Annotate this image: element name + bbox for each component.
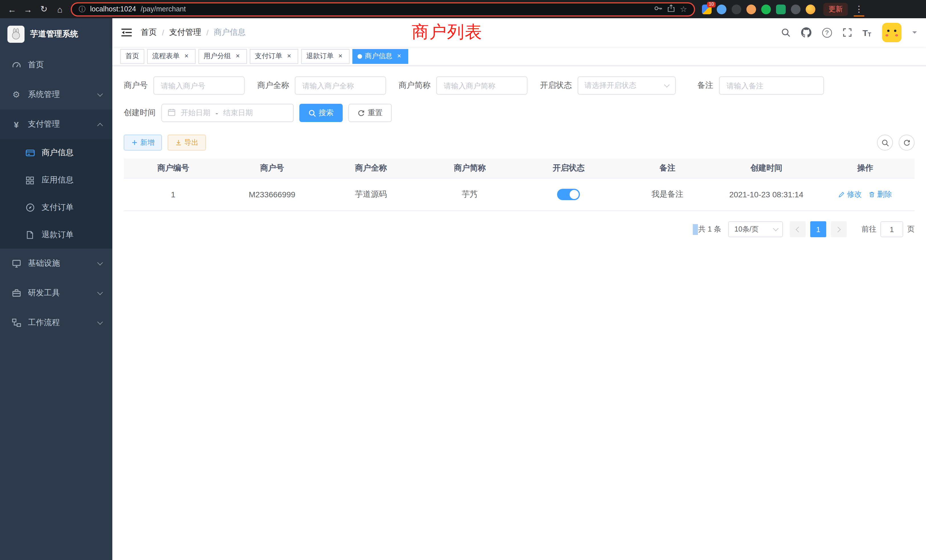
address-bar[interactable]: ⓘ localhost:1024 /pay/merchant ☆ <box>71 2 695 16</box>
breadcrumb-item-payment[interactable]: 支付管理 <box>169 27 201 38</box>
workflow-icon <box>11 318 21 327</box>
sidebar-item-infrastructure[interactable]: 基础设施 <box>0 249 112 278</box>
sidebar-item-home[interactable]: 首页 <box>0 50 112 80</box>
sidebar-item-workflow[interactable]: 工作流程 <box>0 308 112 338</box>
close-icon[interactable]: × <box>234 52 242 60</box>
sidebar-item-app-info[interactable]: 应用信息 <box>0 166 112 194</box>
extension-grid-icon[interactable]: 10 <box>702 4 712 14</box>
extension-green-circle-icon[interactable] <box>761 4 771 14</box>
status-select[interactable]: 请选择开启状态 <box>578 76 676 95</box>
dashboard-icon <box>11 61 21 70</box>
bookmark-star-icon[interactable]: ☆ <box>680 5 687 14</box>
extension-green-square-icon[interactable] <box>776 4 786 14</box>
toggle-search-button[interactable] <box>877 135 893 151</box>
close-icon[interactable]: × <box>336 52 344 60</box>
browser-update-button[interactable]: 更新 <box>823 3 848 16</box>
share-icon[interactable] <box>667 4 675 15</box>
export-button-label: 导出 <box>184 138 198 147</box>
date-range-picker[interactable]: 开始日期 - 结束日期 <box>161 104 294 122</box>
chevron-down-icon <box>97 289 103 295</box>
search-button[interactable]: 搜索 <box>300 104 343 122</box>
tab-merchant-info[interactable]: 商户信息 × <box>353 49 408 64</box>
reset-button[interactable]: 重置 <box>348 104 392 122</box>
page-number-button[interactable]: 1 <box>810 221 826 237</box>
site-info-icon[interactable]: ⓘ <box>79 4 86 14</box>
browser-nav-buttons: ← → ↻ ⌂ <box>6 3 66 15</box>
table-header: 开启状态 <box>519 159 618 178</box>
create-time-label: 创建时间 <box>124 108 156 118</box>
goto-page-input[interactable] <box>881 221 903 237</box>
app-logo[interactable]: 芋道管理系统 <box>0 18 112 50</box>
tags-view-bar: 首页 流程表单 × 用户分组 × 支付订单 × <box>112 47 926 66</box>
prev-page-button[interactable] <box>790 221 806 237</box>
short-name-label: 商户简称 <box>399 80 431 91</box>
sidebar-item-system[interactable]: ⚙ 系统管理 <box>0 80 112 109</box>
remark-input[interactable] <box>719 76 824 95</box>
fullscreen-icon[interactable] <box>843 28 852 37</box>
close-icon[interactable]: × <box>285 52 293 60</box>
filter-full-name: 商户全称 <box>257 76 386 95</box>
chevron-down-icon <box>773 226 779 231</box>
sidebar-item-refund-order[interactable]: 退款订单 <box>0 221 112 249</box>
toolbox-icon <box>11 289 21 298</box>
sidebar-item-merchant-info[interactable]: 商户信息 <box>0 139 112 166</box>
extension-drop-icon[interactable] <box>717 4 726 14</box>
table-header: 创建时间 <box>717 159 816 178</box>
extension-dark-icon[interactable] <box>732 4 741 14</box>
browser-menu-icon[interactable]: ⋮ <box>852 4 865 14</box>
help-icon[interactable]: ? <box>822 28 832 37</box>
table-header: 商户编号 <box>124 159 222 178</box>
home-icon[interactable]: ⌂ <box>54 3 66 15</box>
pagination: 共 1 条 10条/页 1 前往 页 <box>124 221 915 237</box>
font-size-icon[interactable]: TT <box>862 28 871 37</box>
merchant-no-input[interactable] <box>153 76 245 95</box>
edit-link[interactable]: 修改 <box>838 189 862 200</box>
next-page-button[interactable] <box>831 221 847 237</box>
extension-pin-icon[interactable] <box>791 4 800 14</box>
tab-home[interactable]: 首页 <box>120 49 144 64</box>
delete-link[interactable]: 删除 <box>869 189 892 200</box>
search-icon[interactable] <box>781 28 790 37</box>
breadcrumb-separator <box>206 28 209 37</box>
cell-short-name: 芋艿 <box>420 179 519 210</box>
extension-avatar-icon[interactable] <box>746 4 756 14</box>
tab-process-form[interactable]: 流程表单 × <box>147 49 195 64</box>
status-switch[interactable] <box>557 189 580 200</box>
sidebar: 芋道管理系统 首页 ⚙ 系统管理 ¥ 支付管理 <box>0 18 112 560</box>
merchant-table: 商户编号 商户号 商户全称 商户简称 开启状态 备注 创建时间 操作 1 M23… <box>124 159 915 211</box>
sidebar-item-label: 支付管理 <box>28 119 60 129</box>
sidebar-fold-icon[interactable] <box>121 28 132 37</box>
user-avatar[interactable] <box>882 23 902 42</box>
add-button[interactable]: 新增 <box>124 135 162 151</box>
close-icon[interactable]: × <box>395 52 403 60</box>
filter-short-name: 商户简称 <box>399 76 527 95</box>
reload-icon[interactable]: ↻ <box>38 3 50 15</box>
short-name-input[interactable] <box>436 76 527 95</box>
avatar-caret-icon[interactable] <box>912 31 917 36</box>
tab-user-group[interactable]: 用户分组 × <box>198 49 247 64</box>
export-button[interactable]: 导出 <box>168 135 206 151</box>
key-icon[interactable] <box>654 4 663 15</box>
cell-merchant-id: 1 <box>124 179 222 210</box>
profile-avatar-icon[interactable] <box>806 4 816 14</box>
forward-icon[interactable]: → <box>22 3 34 15</box>
sidebar-item-pay-order[interactable]: 支付订单 <box>0 194 112 221</box>
tab-refund-order[interactable]: 退款订单 × <box>301 49 350 64</box>
full-name-input[interactable] <box>295 76 386 95</box>
tab-label: 首页 <box>126 51 139 61</box>
page-size-select[interactable]: 10条/页 <box>728 221 783 237</box>
breadcrumb-item-home[interactable]: 首页 <box>141 27 157 38</box>
close-icon[interactable]: × <box>183 52 191 60</box>
tab-label: 支付订单 <box>255 51 282 61</box>
font-size-large: T <box>862 28 867 37</box>
compass-icon <box>25 203 35 212</box>
sidebar-item-dev-tools[interactable]: 研发工具 <box>0 278 112 308</box>
refresh-button[interactable] <box>899 135 915 151</box>
extension-badge: 10 <box>707 2 716 7</box>
gear-icon: ⚙ <box>11 89 21 100</box>
tab-pay-order[interactable]: 支付订单 × <box>250 49 298 64</box>
chevron-left-icon <box>796 226 801 232</box>
github-icon[interactable] <box>801 27 811 38</box>
sidebar-item-payment[interactable]: ¥ 支付管理 <box>0 109 112 139</box>
back-icon[interactable]: ← <box>6 3 18 15</box>
